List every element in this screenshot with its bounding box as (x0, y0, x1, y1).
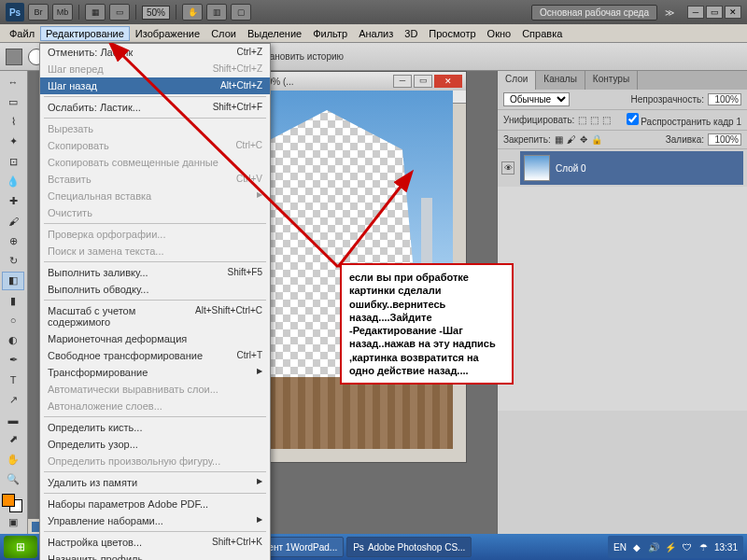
color-swatches[interactable] (2, 494, 22, 512)
tray-icon-4[interactable]: 🛡 (681, 540, 694, 553)
menu-filter[interactable]: Фильтр (307, 26, 353, 41)
unify-icon-1[interactable]: ⬚ (578, 115, 586, 125)
move-tool[interactable]: ↔ (2, 73, 24, 91)
tray-icon-5[interactable]: ☂ (698, 540, 711, 553)
pen-tool[interactable]: ✒ (2, 351, 24, 370)
unify-icon-2[interactable]: ⬚ (590, 115, 599, 125)
lasso-tool[interactable]: ⌇ (2, 113, 24, 132)
doc-min-button[interactable]: ─ (393, 75, 412, 88)
menu-item[interactable]: Управление наборами...▶ (40, 512, 270, 529)
menu-analysis[interactable]: Анализ (353, 26, 399, 41)
menu-item[interactable]: Назначить профиль... (40, 551, 270, 560)
lock-position-icon[interactable]: ✥ (580, 134, 587, 145)
layer-item[interactable]: Слой 0 (520, 151, 743, 185)
menu-item[interactable]: Выполнить обводку... (40, 281, 270, 298)
bridge-button[interactable]: Br (28, 4, 49, 21)
blur-tool[interactable]: ○ (2, 311, 24, 329)
lock-transparent-icon[interactable]: ▦ (555, 134, 563, 145)
quickmask-button[interactable]: ▣ (2, 513, 24, 532)
menu-item: Проверка орфографии... (40, 226, 270, 243)
menu-item[interactable]: Трансформирование▶ (40, 364, 270, 381)
doc-close-button[interactable]: ✕ (434, 75, 462, 88)
zoom-tool[interactable]: 🔍 (2, 469, 24, 488)
menu-select[interactable]: Выделение (242, 26, 307, 41)
menu-file[interactable]: Файл (4, 26, 40, 41)
menu-layers[interactable]: Слои (205, 26, 242, 41)
menubar: Файл Редактирование Изображение Слои Выд… (0, 24, 747, 43)
arrange-button[interactable]: ▥ (206, 4, 227, 21)
history-brush-tool[interactable]: ↻ (2, 251, 24, 270)
propagate-checkbox[interactable]: Распространить кадр 1 (627, 113, 742, 127)
brush-tool[interactable]: 🖌 (2, 212, 24, 231)
workspace-switcher[interactable]: Основная рабочая среда (531, 5, 657, 21)
menu-item[interactable]: Настройка цветов...Shift+Ctrl+K (40, 534, 270, 551)
lock-all-icon[interactable]: 🔒 (591, 134, 602, 145)
fill-value[interactable]: 100% (708, 133, 741, 146)
menu-view[interactable]: Просмотр (423, 26, 481, 41)
menu-item[interactable]: Марионеточная деформация (40, 330, 270, 347)
tray-icon-2[interactable]: 🔊 (647, 540, 660, 553)
tool-preset-icon[interactable] (6, 49, 22, 65)
hand-tool[interactable]: ✋ (2, 450, 24, 469)
task-photoshop[interactable]: PsAdobe Photoshop CS... (346, 537, 472, 557)
hand-button[interactable]: ✋ (182, 4, 203, 21)
tab-layers[interactable]: Слои (498, 71, 536, 90)
menu-edit[interactable]: Редактирование (40, 26, 130, 41)
3d-tool[interactable]: ⬈ (2, 430, 24, 449)
menu-item[interactable]: Определить кисть... (40, 419, 270, 436)
menu-item: Специальная вставка▶ (40, 188, 270, 204)
opacity-value[interactable]: 100% (708, 93, 741, 105)
eyedropper-tool[interactable]: 💧 (2, 172, 24, 190)
clock[interactable]: 13:31 (714, 542, 738, 553)
menu-item[interactable]: Свободное трансформированиеCtrl+T (40, 347, 270, 364)
view-grid-button[interactable]: ▦ (85, 4, 106, 21)
close-button[interactable]: ✕ (725, 6, 741, 19)
type-tool[interactable]: T (2, 371, 24, 389)
menu-item[interactable]: Масштаб с учетом содержимогоAlt+Shift+Ct… (40, 302, 270, 330)
menu-item[interactable]: Удалить из памяти▶ (40, 474, 270, 491)
menu-item: Вырезать (40, 120, 270, 137)
tab-channels[interactable]: Каналы (536, 71, 585, 90)
menu-window[interactable]: Окно (482, 26, 517, 41)
mb-button[interactable]: Mb (52, 4, 73, 21)
stamp-tool[interactable]: ⊕ (2, 231, 24, 250)
unify-icon-3[interactable]: ⬚ (602, 115, 611, 125)
lock-pixels-icon[interactable]: 🖌 (567, 134, 576, 145)
menu-item[interactable]: Выполнить заливку...Shift+F5 (40, 264, 270, 281)
eraser-tool[interactable]: ◧ (2, 272, 24, 290)
lang-indicator[interactable]: EN (613, 542, 627, 553)
menu-3d[interactable]: 3D (399, 26, 423, 41)
minimize-button[interactable]: ─ (687, 6, 704, 19)
annotation-box: если вы при обработке картинки сделали о… (340, 263, 514, 385)
path-tool[interactable]: ↗ (2, 390, 24, 409)
menu-item[interactable]: Ослабить: Ластик...Shift+Ctrl+F (40, 99, 270, 116)
layer-list: 👁 Слой 0 (498, 149, 747, 411)
wand-tool[interactable]: ✦ (2, 133, 24, 151)
menu-item[interactable]: Определить узор... (40, 436, 270, 453)
menu-item[interactable]: Шаг назадAlt+Ctrl+Z (40, 77, 270, 94)
doc-max-button[interactable]: ▭ (414, 75, 432, 88)
tab-paths[interactable]: Контуры (585, 71, 638, 90)
crop-tool[interactable]: ⊡ (2, 152, 24, 171)
maximize-button[interactable]: ▭ (706, 6, 723, 19)
menu-item: Автоматически выравнивать слои... (40, 381, 270, 398)
chevron-right-icon[interactable]: ≫ (665, 7, 674, 18)
screen-mode-button[interactable]: ▢ (231, 4, 251, 21)
tray-icon-1[interactable]: ◆ (630, 540, 643, 553)
view-doc-button[interactable]: ▭ (109, 4, 130, 21)
menu-item[interactable]: Отменить: ЛастикCtrl+Z (40, 44, 270, 61)
layer-visibility-icon[interactable]: 👁 (501, 161, 514, 175)
menu-item[interactable]: Наборы параметров Adobe PDF... (40, 496, 270, 512)
menu-image[interactable]: Изображение (130, 26, 205, 41)
blend-mode-select[interactable]: Обычные (503, 92, 570, 106)
marquee-tool[interactable]: ▭ (2, 92, 24, 111)
dodge-tool[interactable]: ◐ (2, 330, 24, 349)
tray-icon-3[interactable]: ⚡ (664, 540, 677, 553)
zoom-level[interactable]: 50% (142, 6, 170, 20)
heal-tool[interactable]: ✚ (2, 192, 24, 211)
layer-thumbnail (524, 155, 550, 181)
menu-help[interactable]: Справка (516, 26, 568, 41)
shape-tool[interactable]: ▬ (2, 411, 24, 429)
gradient-tool[interactable]: ▮ (2, 291, 24, 310)
start-button[interactable]: ⊞ (4, 536, 37, 558)
